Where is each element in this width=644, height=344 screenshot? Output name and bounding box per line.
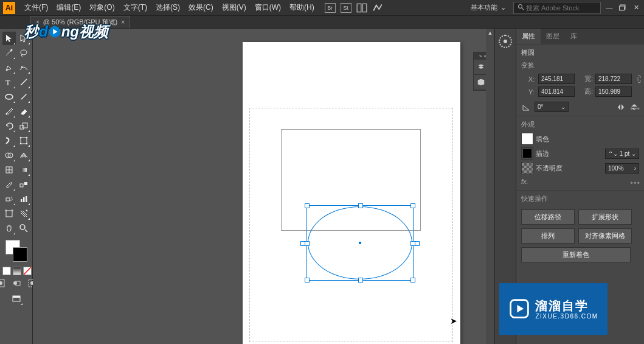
ellipse-tool[interactable] [2, 90, 16, 104]
free-transform-tool[interactable] [17, 134, 30, 147]
menu-type[interactable]: 文字(T) [119, 2, 151, 13]
tab-layers[interactable]: 图层 [541, 29, 565, 44]
shaper-tool[interactable] [2, 105, 16, 118]
svg-text:T: T [5, 78, 10, 87]
rotate-input[interactable]: 0°⌄ [535, 102, 569, 112]
menu-select[interactable]: 选择(S) [151, 2, 184, 13]
handle-tm[interactable] [358, 203, 363, 208]
pie-handle-right[interactable] [415, 241, 420, 246]
magic-wand-tool[interactable] [2, 46, 16, 60]
rotate-tool[interactable] [2, 119, 16, 133]
scroll-up-icon[interactable]: ▲ [486, 29, 494, 37]
fill-stroke-swatches[interactable] [9, 240, 24, 269]
menu-file[interactable]: 文件(F) [20, 2, 52, 13]
menu-effect[interactable]: 效果(C) [184, 2, 218, 13]
document-tab[interactable]: × @ 50% (RGB/GPU 预览) × [30, 16, 130, 28]
curvature-tool[interactable] [17, 61, 30, 74]
gpu-icon[interactable] [372, 2, 383, 13]
search-input[interactable] [525, 4, 588, 12]
app-logo: Ai [3, 2, 15, 14]
window-close-icon[interactable]: ✕ [631, 3, 641, 13]
canvas[interactable]: ➤ »× ▲ [33, 29, 494, 344]
recolor-button[interactable]: 重新着色 [521, 247, 631, 262]
selection-tool[interactable] [2, 32, 16, 45]
type-tool[interactable]: T [2, 75, 16, 89]
menu-object[interactable]: 对象(O) [85, 2, 119, 13]
align-pixel-grid-button[interactable]: 对齐像素网格 [578, 228, 632, 244]
handle-br[interactable] [410, 278, 415, 283]
fx-button[interactable]: fx. [521, 177, 639, 186]
eyedropper-tool[interactable] [2, 178, 16, 191]
reference-point-picker[interactable] [521, 74, 522, 87]
shape-builder-tool[interactable] [2, 149, 16, 162]
tab-close-icon-right[interactable]: × [121, 19, 125, 26]
stock-icon[interactable]: St [341, 3, 351, 13]
column-graph-tool[interactable] [17, 192, 30, 206]
menu-view[interactable]: 视图(V) [218, 2, 251, 13]
y-input[interactable]: 401.814 [538, 86, 575, 97]
gradient-mode-icon[interactable] [13, 267, 21, 275]
pie-handle-left[interactable] [300, 241, 305, 246]
svg-rect-28 [20, 184, 23, 187]
panel-expand-icon[interactable]: » [479, 54, 482, 59]
width-tool[interactable] [2, 134, 16, 147]
gradient-tool[interactable] [17, 163, 30, 177]
symbol-sprayer-tool[interactable] [2, 192, 16, 206]
direct-selection-tool[interactable] [17, 32, 30, 45]
expand-shape-button[interactable]: 扩展形状 [578, 209, 632, 225]
offset-path-button[interactable]: 位移路径 [521, 209, 575, 225]
handle-bm[interactable] [358, 278, 363, 283]
color-panel-icon[interactable] [499, 35, 512, 48]
handle-ml[interactable] [305, 241, 310, 246]
handle-bl[interactable] [305, 278, 310, 283]
window-restore-icon[interactable] [618, 3, 628, 13]
more-options-icon-2[interactable]: ••• [630, 178, 640, 188]
menu-edit[interactable]: 编辑(E) [52, 2, 85, 13]
pen-tool[interactable] [2, 61, 16, 74]
menu-help[interactable]: 帮助(H) [285, 2, 319, 13]
eraser-tool[interactable] [17, 105, 30, 118]
hand-tool[interactable] [2, 222, 16, 235]
artboard-tool[interactable] [2, 207, 16, 220]
arrange-docs-icon[interactable] [356, 2, 367, 13]
height-input[interactable]: 150.989 [595, 86, 632, 97]
link-wh-icon[interactable] [634, 74, 644, 84]
handle-tr[interactable] [410, 203, 415, 208]
paintbrush-tool[interactable] [17, 90, 30, 104]
color-mode-icon[interactable] [2, 267, 11, 275]
handle-tl[interactable] [305, 203, 310, 208]
window-minimize-icon[interactable]: — [604, 3, 614, 13]
svg-point-20 [19, 143, 21, 145]
line-segment-tool[interactable] [17, 75, 30, 89]
more-options-icon[interactable]: ••• [630, 104, 640, 113]
x-input[interactable]: 245.181 [538, 74, 575, 84]
perspective-grid-tool[interactable] [17, 149, 30, 162]
workspace-switcher[interactable]: 基本功能 ⌄ [467, 3, 510, 12]
bridge-icon[interactable]: Br [325, 3, 336, 13]
ellipse-selection[interactable] [306, 205, 414, 281]
flip-horizontal-icon[interactable] [616, 102, 626, 112]
zoom-tool[interactable] [17, 222, 30, 235]
search-field[interactable] [513, 2, 601, 14]
draw-normal-icon[interactable] [0, 279, 5, 289]
tab-close-icon[interactable]: × [36, 19, 40, 26]
blend-tool[interactable] [17, 178, 30, 191]
lasso-tool[interactable] [17, 46, 30, 60]
none-mode-icon[interactable] [23, 267, 32, 275]
fill-swatch[interactable] [521, 133, 533, 145]
screen-mode-icon[interactable] [10, 292, 23, 306]
vertical-scrollbar[interactable]: ▲ [486, 29, 494, 344]
arrange-button[interactable]: 排列 [521, 228, 575, 244]
opacity-swatch[interactable] [521, 162, 533, 174]
menu-window[interactable]: 窗口(W) [251, 2, 285, 13]
slice-tool[interactable] [17, 207, 30, 220]
tab-properties[interactable]: 属性 [516, 29, 541, 44]
mesh-tool[interactable] [2, 163, 16, 177]
width-input[interactable]: 218.722 [595, 74, 632, 84]
tab-libraries[interactable]: 库 [565, 29, 583, 44]
stroke-swatch[interactable] [521, 147, 533, 160]
draw-behind-icon[interactable] [12, 279, 21, 289]
stroke-width-input[interactable]: ⌃⌄1 pt⌄ [605, 149, 639, 159]
scale-tool[interactable] [17, 119, 30, 133]
opacity-input[interactable]: 100%› [605, 163, 639, 174]
